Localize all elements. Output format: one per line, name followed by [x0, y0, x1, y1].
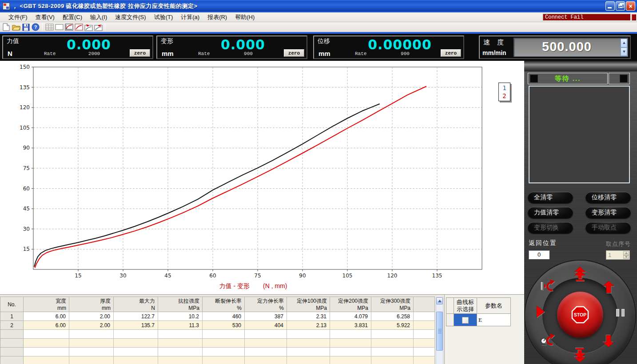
curve-export-prev-icon[interactable]: [84, 23, 93, 32]
scroll-up-icon: [438, 300, 442, 302]
menu-item-2[interactable]: 配置(C): [59, 12, 86, 22]
scrollbar-grip: [438, 329, 442, 333]
curve-red-icon[interactable]: [74, 23, 83, 32]
table-row-empty[interactable]: [0, 339, 435, 348]
y-tick-label: 135: [20, 84, 30, 91]
displacement-zero-button[interactable]: zero: [441, 49, 461, 57]
connect-status-text: Connect Fail: [543, 14, 630, 20]
menu-item-7[interactable]: 报表(R): [203, 12, 231, 22]
scrollbar-thumb[interactable]: [436, 312, 443, 351]
spin-up-icon: [623, 42, 625, 44]
cell-empty: [69, 348, 114, 356]
cell-empty: [245, 339, 287, 348]
fast-down-button[interactable]: [574, 348, 586, 362]
return-position-label: 返回位置: [529, 239, 557, 247]
open-file-icon[interactable]: [12, 23, 20, 32]
menu-item-8[interactable]: 帮助(H): [231, 12, 259, 22]
col-header-10: [414, 297, 435, 312]
displacement-gauge-value: 0.00000: [350, 37, 450, 52]
cell-empty: [0, 348, 24, 356]
col-name: 宽度: [56, 298, 66, 304]
menu-item-4[interactable]: 速度文件(S): [111, 12, 150, 22]
help-icon[interactable]: ?: [31, 23, 40, 32]
data-table-icon[interactable]: [45, 23, 54, 32]
menu-item-6[interactable]: 计算(a): [177, 12, 203, 22]
col-name: No.: [8, 301, 16, 308]
table-row-empty[interactable]: [0, 356, 435, 364]
rate-label: Rate: [355, 51, 366, 56]
speed-up-button[interactable]: [621, 39, 627, 47]
cs-row[interactable]: E: [446, 314, 511, 326]
close-button[interactable]: ×: [626, 1, 635, 11]
app-window: ， <GBT 528-2009 硫化橡胶或热塑性橡胶 拉伸应力应变性能的测定> …: [0, 0, 637, 364]
speed-down-button[interactable]: [621, 47, 627, 56]
cell-empty: [158, 356, 203, 364]
cell-r1-c7: 2.31: [287, 312, 330, 321]
point-index-up-button[interactable]: [623, 251, 629, 255]
curve-page-2[interactable]: 2: [502, 92, 506, 100]
run-button[interactable]: [537, 306, 545, 317]
jog-speed-up-button[interactable]: [540, 279, 555, 294]
displacement-gauge-unit: mm: [318, 50, 330, 57]
menu-item-3[interactable]: 输入(I): [86, 12, 111, 22]
restore-button[interactable]: [616, 1, 625, 11]
y-tick-label: 75: [23, 165, 30, 171]
table-row-empty[interactable]: [0, 330, 435, 339]
scroll-up-button[interactable]: [436, 297, 443, 305]
curve-view-icon[interactable]: [64, 23, 73, 32]
blank-report-icon[interactable]: [55, 23, 64, 32]
table-row-2[interactable]: 26.002.00135.711.35304042.133.8315.922: [0, 321, 435, 330]
curve-export-next-icon[interactable]: [94, 23, 103, 32]
save-file-icon[interactable]: [21, 23, 30, 32]
col-header-3: 最大力N: [114, 297, 158, 312]
col-header-5: 断裂伸长率%: [203, 297, 245, 312]
menu-item-0[interactable]: 文件(F): [4, 12, 32, 22]
y-tick-label: 120: [20, 104, 30, 111]
connect-status-indicator: [632, 14, 636, 20]
cell-empty: [114, 339, 158, 348]
point-index-value: 1: [608, 252, 611, 258]
new-file-icon[interactable]: [2, 23, 11, 32]
curve-page-selector[interactable]: 12: [498, 83, 510, 101]
down-button[interactable]: [603, 335, 614, 347]
return-position-input[interactable]: 0: [529, 250, 549, 259]
cs-header-param-col: 参数名: [477, 298, 511, 314]
force-zero-button2[interactable]: 力值清零: [528, 207, 573, 218]
menu-item-1[interactable]: 查看(V): [32, 12, 59, 22]
cell-empty: [69, 330, 114, 339]
y-tick-label: 150: [20, 64, 30, 70]
minimize-button[interactable]: [605, 1, 615, 11]
curve-page-1[interactable]: 1: [502, 84, 506, 92]
table-row-1[interactable]: 16.002.00122.710.24603872.314.0796.258: [0, 312, 435, 321]
col-unit: %: [247, 305, 284, 311]
table-scrollbar[interactable]: [436, 297, 443, 364]
col-header-2: 厚度mm: [69, 297, 114, 312]
point-index-input[interactable]: 1: [606, 250, 630, 260]
pause-button[interactable]: [616, 309, 626, 317]
manual-point-button: 手动取点: [585, 222, 631, 233]
menu-item-5[interactable]: 试验(T): [150, 12, 177, 22]
y-tick-label: 90: [23, 145, 30, 151]
point-index-down-button[interactable]: [623, 255, 629, 259]
jog-speed-down-button[interactable]: [540, 333, 555, 348]
cell-r2-c6: 404: [245, 321, 287, 330]
spin-down-icon: [623, 51, 625, 53]
force-zero-button[interactable]: zero: [130, 49, 150, 57]
results-region: No.宽度mm厚度mm最大力N抗拉强度MPa断裂伸长率%定力伸长率%定伸100强…: [0, 294, 524, 364]
all-zero-button[interactable]: 全清零: [528, 192, 573, 203]
up-button[interactable]: [603, 281, 614, 293]
stop-button[interactable]: STOP: [557, 292, 603, 338]
curve-mark-checkbox[interactable]: [462, 317, 469, 324]
col-header-6: 定力伸长率%: [245, 297, 287, 312]
table-row-empty[interactable]: [0, 348, 435, 356]
force-deformation-chart[interactable]: 1530456075901051201351530456075901051201…: [0, 61, 524, 294]
deformation-zero-button2[interactable]: 变形清零: [585, 207, 631, 218]
cell-r2-c3: 135.7: [114, 321, 158, 330]
cs-checkbox-cell[interactable]: [454, 314, 477, 326]
cell-empty: [24, 356, 69, 364]
fast-up-button[interactable]: [574, 267, 586, 281]
cell-empty: [371, 356, 414, 364]
col-unit: MPa: [333, 305, 368, 311]
deformation-zero-button[interactable]: zero: [284, 49, 304, 57]
displacement-zero-button2[interactable]: 位移清零: [585, 192, 631, 203]
